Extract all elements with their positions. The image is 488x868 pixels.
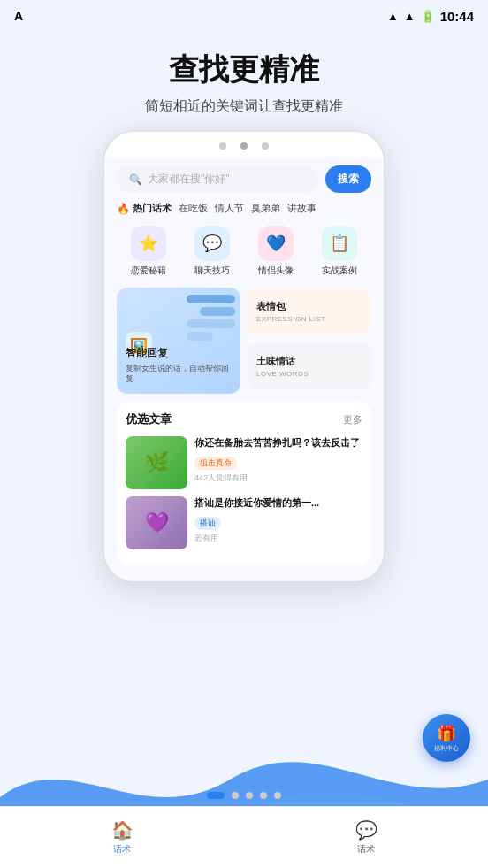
- side-card-1-title: 表情包: [256, 300, 362, 313]
- article-title-1: 你还在备胎去苦苦挣扎吗？该去反击了: [194, 436, 362, 449]
- bottom-nav: 🏠 话术 💬 话术: [0, 806, 488, 868]
- hot-tag-2[interactable]: 情人节: [215, 202, 244, 215]
- article-info-1: 你还在备胎去苦苦挣扎吗？该去反击了 狙击真命 442人觉得有用: [194, 436, 362, 484]
- side-card-words[interactable]: 土味情话 LOVE WORDS: [248, 342, 371, 390]
- phone-dot-2: [240, 142, 248, 150]
- category-love-secrets[interactable]: ⭐ 恋爱秘籍: [126, 226, 171, 277]
- side-card-2-title: 土味情话: [256, 355, 362, 368]
- search-input-area[interactable]: 🔍 大家都在搜"你好": [117, 165, 318, 193]
- main-card-desc: 复制女生说的话，自动帮你回复: [126, 363, 232, 385]
- phone-mockup: 🔍 大家都在搜"你好" 搜索 🔥 热门话术 在吃饭 情人节 臭弟弟 讲故事: [103, 130, 385, 583]
- nav-chat[interactable]: 💬 话术: [355, 819, 377, 856]
- category-chat-tips[interactable]: 💬 聊天技巧: [190, 226, 234, 277]
- search-placeholder: 大家都在搜"你好": [148, 172, 230, 187]
- side-cards: 表情包 EXPRESSION LIST 土味情话 LOVE WORDS: [248, 288, 371, 394]
- phone-content: 🔍 大家都在搜"你好" 搜索 🔥 热门话术 在吃饭 情人节 臭弟弟 讲故事: [104, 157, 384, 581]
- articles-section: 优选文章 更多 🌿 你还在备胎去苦苦挣扎吗？该去反击了 狙击真命 442人觉得有…: [117, 403, 371, 565]
- search-icon: 🔍: [129, 173, 142, 186]
- article-image-2: 💜: [126, 496, 187, 549]
- article-stats-2: 若有用: [194, 533, 362, 544]
- category-icon-2: 💬: [194, 226, 230, 261]
- phone-dot-3: [262, 142, 269, 150]
- category-icon-1: ⭐: [131, 226, 166, 261]
- page-title: 查找更精准: [18, 50, 470, 90]
- side-card-2-sub: LOVE WORDS: [256, 370, 362, 378]
- articles-header: 优选文章 更多: [126, 411, 362, 427]
- gift-label: 福利中心: [434, 744, 459, 753]
- status-right: ▲ ▲ 🔋 10:44: [387, 9, 474, 24]
- header-section: 查找更精准 简短相近的关键词让查找更精准: [0, 32, 488, 130]
- page-subtitle: 简短相近的关键词让查找更精准: [18, 97, 470, 116]
- category-icon-4: 📋: [322, 226, 357, 261]
- category-label-3: 情侣头像: [258, 265, 294, 277]
- phone-top: [104, 132, 384, 157]
- category-couple-avatar[interactable]: 💙 情侣头像: [254, 226, 298, 277]
- status-time: 10:44: [440, 9, 474, 24]
- nav-home-label: 话术: [113, 843, 131, 856]
- nav-home[interactable]: 🏠 话术: [111, 819, 133, 856]
- nav-chat-label: 话术: [357, 843, 375, 856]
- page-dot-3: [246, 792, 253, 799]
- article-thumb-1: 🌿: [126, 436, 187, 489]
- nav-chat-icon: 💬: [355, 819, 377, 841]
- nav-home-icon: 🏠: [111, 819, 133, 841]
- battery-icon: 🔋: [421, 10, 435, 23]
- signal-icon: ▲: [387, 10, 399, 23]
- wifi-icon: ▲: [404, 10, 416, 23]
- article-thumb-2: 💜: [126, 496, 187, 549]
- page-dot-5: [274, 792, 281, 799]
- search-button[interactable]: 搜索: [325, 165, 371, 193]
- article-stats-1: 442人觉得有用: [194, 472, 362, 484]
- article-item-1[interactable]: 🌿 你还在备胎去苦苦挣扎吗？该去反击了 狙击真命 442人觉得有用: [126, 436, 362, 489]
- article-tag-1: 狙击真命: [194, 457, 237, 470]
- articles-more[interactable]: 更多: [343, 413, 362, 426]
- hot-tag-4[interactable]: 讲故事: [287, 202, 316, 215]
- hot-label: 🔥 热门话术: [117, 202, 172, 215]
- main-card-title: 智能回复: [126, 346, 232, 361]
- categories-row: ⭐ 恋爱秘籍 💬 聊天技巧 💙 情侣头像 📋 实战案例: [117, 226, 371, 277]
- hot-tag-1[interactable]: 在吃饭: [179, 202, 208, 215]
- article-info-2: 搭讪是你接近你爱情的第一... 搭讪 若有用: [194, 496, 362, 544]
- side-card-1-sub: EXPRESSION LIST: [256, 315, 362, 323]
- gift-icon: 🎁: [437, 724, 456, 743]
- page-dot-1: [207, 792, 225, 799]
- status-bar: A ▲ ▲ 🔋 10:44: [0, 0, 488, 32]
- article-item-2[interactable]: 💜 搭讪是你接近你爱情的第一... 搭讪 若有用: [126, 496, 362, 549]
- search-bar: 🔍 大家都在搜"你好" 搜索: [117, 157, 371, 193]
- page-dot-4: [260, 792, 267, 799]
- article-title-2: 搭讪是你接近你爱情的第一...: [194, 496, 362, 510]
- hot-tag-3[interactable]: 臭弟弟: [251, 202, 280, 215]
- category-label-4: 实战案例: [322, 265, 357, 277]
- cards-grid: 🖼️ 智能回复 复制女生说的话，自动帮你回复 表情包 EXPRESSION LI…: [117, 288, 371, 394]
- article-tag-2: 搭讪: [194, 517, 221, 530]
- fire-icon: 🔥: [117, 203, 130, 215]
- main-card[interactable]: 🖼️ 智能回复 复制女生说的话，自动帮你回复: [117, 288, 240, 394]
- page-dot-2: [232, 792, 239, 799]
- hot-tags-row: 🔥 热门话术 在吃饭 情人节 臭弟弟 讲故事: [117, 202, 371, 215]
- category-icon-3: 💙: [258, 226, 294, 261]
- category-real-cases[interactable]: 📋 实战案例: [317, 226, 362, 277]
- article-image-1: 🌿: [126, 436, 187, 489]
- page-dots: [207, 792, 281, 799]
- articles-title: 优选文章: [126, 411, 172, 427]
- category-label-2: 聊天技巧: [194, 265, 230, 277]
- category-label-1: 恋爱秘籍: [131, 265, 166, 277]
- status-logo: A: [14, 9, 23, 23]
- side-card-emoji[interactable]: 表情包 EXPRESSION LIST: [248, 288, 371, 335]
- phone-wrapper: 🔍 大家都在搜"你好" 搜索 🔥 热门话术 在吃饭 情人节 臭弟弟 讲故事: [0, 130, 488, 583]
- gift-button[interactable]: 🎁 福利中心: [423, 714, 470, 762]
- phone-dot-1: [219, 142, 226, 150]
